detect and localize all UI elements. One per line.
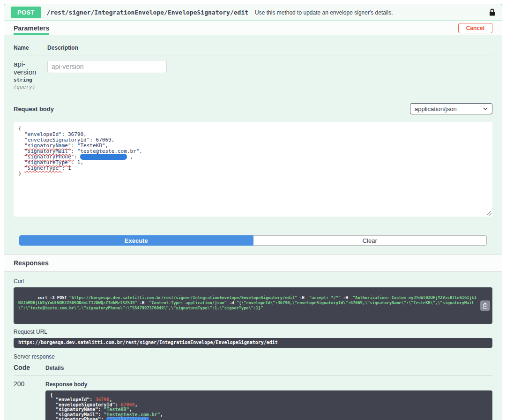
request-url-block: https://borgesqa.dev.satelitti.com.br/re… — [14, 338, 492, 348]
curl-string-token: "accept: */*" — [309, 295, 341, 300]
response-json-line: "signatoryPhone": "5547997376049", — [50, 417, 488, 420]
misspelled-token: "signerType" — [24, 165, 61, 171]
curl-label: Curl — [14, 278, 492, 285]
parameter-name: api-version — [14, 60, 47, 76]
redacted-phone-value: "5547997376049" — [80, 154, 126, 160]
request-url-value: https://borgesqa.dev.satelitti.com.br/re… — [18, 340, 278, 345]
server-response-label: Server response — [14, 353, 492, 360]
response-value: 36790 — [95, 397, 109, 402]
operation-summary[interactable]: POST /rest/signer/IntegrationEnvelope/En… — [4, 4, 502, 21]
editor-line: "signatureType": 1, — [18, 160, 488, 165]
response-value: 67069 — [121, 402, 135, 407]
clear-button[interactable]: Clear — [253, 235, 487, 246]
parameter-name-cell: api-version string (query) — [14, 60, 47, 90]
lock-icon — [489, 8, 495, 16]
response-body-block: { "envelopeId": 36790, "envelopeSignator… — [45, 390, 492, 420]
editor-line: "signerType": 1 — [18, 165, 488, 171]
resize-handle[interactable] — [487, 211, 491, 216]
curl-flag-token: -H — [297, 295, 309, 300]
response-value: "teste@teste.com.br" — [104, 412, 160, 417]
response-value: "TesteKB" — [104, 407, 129, 412]
curl-string-token: "Content-Type: application/json" — [149, 300, 227, 305]
responses-header: Responses — [4, 254, 502, 272]
responses-section: Curl curl -X POST "https://borgesqa.dev.… — [4, 272, 502, 420]
curl-string-token: "https://borgesqa.dev.satelitti.com.br/r… — [69, 295, 297, 300]
operation-path: /rest/signer/IntegrationEnvelope/Envelop… — [47, 9, 248, 16]
response-details: Response body { "envelopeId": 36790, "en… — [45, 380, 492, 420]
editor-line: } — [18, 171, 488, 177]
details-header: Details — [45, 365, 492, 371]
tab-parameters[interactable]: Parameters — [14, 21, 49, 35]
editor-line: "signatoryPhone": "5547997376049" , — [18, 154, 488, 160]
status-code: 200 — [14, 380, 45, 420]
redacted-phone-value: "5547997376049" — [106, 417, 149, 420]
parameters-section: Name Description api-version string (que… — [4, 35, 502, 254]
tab-parameters-label: Parameters — [14, 24, 49, 32]
execute-button[interactable]: Execute — [19, 235, 253, 246]
execute-row: Execute Clear — [19, 235, 487, 246]
method-badge: POST — [11, 7, 41, 18]
authorization-lock-button[interactable] — [489, 8, 495, 16]
parameter-type: string — [14, 77, 47, 83]
operation-description: Use this method to update an envelope si… — [255, 9, 393, 16]
responses-title: Responses — [14, 259, 49, 267]
curl-flag-token: -H — [341, 295, 353, 300]
curl-flag-token: curl -X POST — [37, 295, 69, 300]
param-name-header: Name — [14, 45, 47, 51]
parameter-value-cell — [47, 60, 492, 90]
opblock-post: POST /rest/signer/IntegrationEnvelope/En… — [4, 4, 502, 420]
curl-flag-token: -H — [137, 300, 149, 305]
request-body-editor[interactable]: { "envelopeId": 36790, "envelopeSignator… — [14, 122, 492, 217]
swagger-page: POST /rest/signer/IntegrationEnvelope/En… — [0, 0, 506, 420]
request-body-label: Request body — [14, 105, 54, 112]
parameter-row: api-version string (query) — [14, 55, 492, 90]
request-body-row: Request body application/json — [14, 103, 492, 114]
clipboard-copy-icon — [483, 303, 488, 309]
api-version-input[interactable] — [47, 60, 167, 73]
request-url-label: Request URL — [14, 329, 492, 335]
curl-flag-token: -d — [227, 300, 237, 305]
editor-line: { — [18, 126, 488, 132]
response-body-label: Response body — [45, 381, 492, 388]
content-type-select[interactable]: application/json — [410, 103, 492, 114]
param-description-header: Description — [47, 45, 492, 51]
curl-command: curl -X POST "https://borgesqa.dev.satel… — [18, 295, 476, 310]
chevron-down-icon — [483, 107, 488, 110]
response-row: 200 Response body { "envelopeId": 36790,… — [14, 375, 492, 420]
copy-curl-button[interactable] — [480, 300, 490, 311]
cancel-button[interactable]: Cancel — [458, 23, 492, 33]
parameter-location: (query) — [14, 84, 47, 90]
response-table-header: Code Details — [14, 364, 492, 375]
response-body-json: { "envelopeId": 36790, "envelopeSignator… — [50, 393, 488, 420]
response-json-line: { — [50, 393, 488, 398]
parameters-table-header: Name Description — [14, 45, 492, 55]
curl-block: curl -X POST "https://borgesqa.dev.satel… — [14, 287, 492, 324]
content-type-value: application/json — [415, 105, 457, 112]
code-header: Code — [14, 364, 45, 371]
tab-strip: Parameters Cancel — [4, 21, 502, 35]
